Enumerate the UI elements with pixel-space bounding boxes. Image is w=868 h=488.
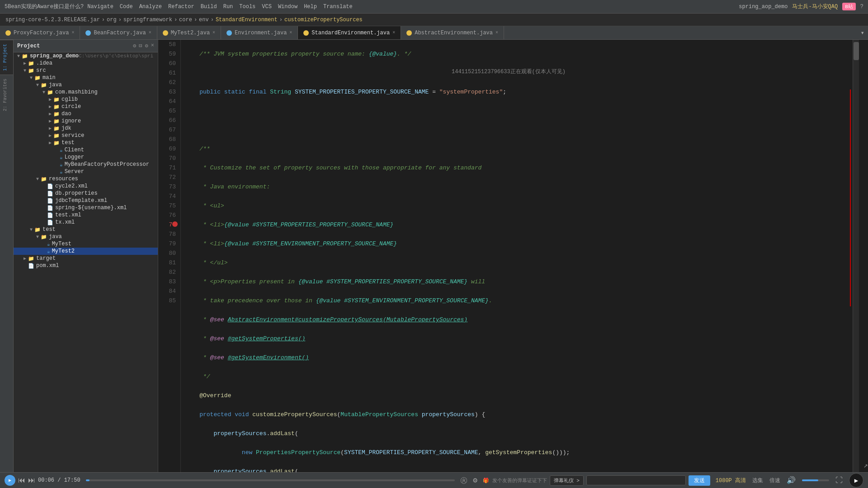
menu-help[interactable]: Help — [304, 4, 317, 10]
send-button[interactable]: 发送 — [689, 475, 710, 486]
step-back-icon[interactable]: ⏮ — [18, 476, 25, 485]
menu-code[interactable]: Code — [120, 4, 133, 10]
menu-window[interactable]: Window — [278, 4, 297, 10]
tree-cycle2[interactable]: 📄 cycle2.xml — [14, 183, 158, 190]
tree-jdk[interactable]: ▶ 📁 jdk — [14, 125, 158, 132]
breadcrumb-method[interactable]: customizePropertySources — [284, 17, 363, 23]
danmu-rules-button[interactable]: 弹幕礼仪 > — [550, 475, 584, 486]
tree-test-src[interactable]: ▼ 📁 test — [14, 226, 158, 233]
project-name: spring_aop_demo — [739, 4, 788, 10]
sidebar-header: Project ⚙ ⊟ ⚙ × — [14, 40, 158, 52]
tree-logger[interactable]: ☕ Logger — [14, 154, 158, 161]
tree-idea[interactable]: ▶ 📁 .idea — [14, 60, 158, 67]
close-icon[interactable]: × — [392, 30, 395, 35]
line-72: * @see AbstractEnvironment#customizeProp… — [185, 315, 859, 324]
breadcrumb-class[interactable]: StandardEnvironment — [216, 17, 278, 23]
breadcrumb-env[interactable]: env — [199, 17, 209, 23]
step-forward-icon[interactable]: ⏭ — [28, 476, 35, 485]
menu-run[interactable]: Run — [223, 4, 233, 10]
help-icon[interactable]: ? — [860, 4, 863, 10]
ln-69: 69 — [158, 144, 176, 154]
chat-input[interactable] — [586, 475, 686, 485]
tab-beanfactory[interactable]: BeanFactory.java × — [80, 26, 157, 40]
vertical-scrollbar[interactable] — [853, 40, 859, 472]
vtab-favorites[interactable]: 2: Favorites — [0, 75, 13, 115]
tree-resources[interactable]: ▼ 📁 resources — [14, 175, 158, 183]
tree-ignore[interactable]: ▶ 📁 ignore — [14, 117, 158, 125]
tree-server[interactable]: ☕ Server — [14, 168, 158, 175]
code-content[interactable]: 58 59 60 61 62 63 64 65 66 67 68 69 70 7… — [158, 40, 859, 472]
menu-navigate[interactable]: Navigate — [87, 4, 113, 10]
menu-translate[interactable]: Translate — [323, 4, 353, 10]
ignore-label: ignore — [61, 118, 81, 124]
tree-dbprops[interactable]: 📄 db.properties — [14, 190, 158, 197]
tab-environment[interactable]: Environment.java × — [221, 26, 298, 40]
tree-src[interactable]: ▼ 📁 src — [14, 67, 158, 74]
test-src-label: test — [42, 226, 56, 233]
volume-bar[interactable] — [802, 479, 829, 481]
tree-test-java[interactable]: ▼ 📁 java — [14, 233, 158, 240]
tree-txxml[interactable]: 📄 tx.xml — [14, 219, 158, 226]
close-icon[interactable]: × — [149, 30, 151, 35]
breadcrumb-org[interactable]: org — [107, 17, 117, 23]
breadcrumb-springframework[interactable]: springframework — [123, 17, 172, 23]
tree-jdbctemplate[interactable]: 📄 jdbcTemplate.xml — [14, 197, 158, 204]
tree-mytest[interactable]: ☕ MyTest — [14, 240, 158, 248]
subtitle-icon[interactable]: ㊋ — [460, 476, 467, 485]
sidebar-collapse-icon[interactable]: ⊟ — [139, 42, 142, 49]
menu-tools[interactable]: Tools — [239, 4, 255, 10]
menu-vcs[interactable]: VCS — [262, 4, 272, 10]
tree-mytest2[interactable]: ☕ MyTest2 — [14, 248, 158, 255]
tree-root[interactable]: ▼ 📁 spring_aop_demo C:\Users\p'c\Desktop… — [14, 52, 158, 60]
mybeanfactory-label: MyBeanFactoryPostProcessor — [65, 161, 149, 168]
tabs-more-button[interactable]: ▾ — [857, 29, 868, 37]
breadcrumb-jar[interactable]: spring-core-5.2.3.RELEASE.jar — [5, 17, 100, 23]
tree-com-mashibing[interactable]: ▼ 📁 com.mashibing — [14, 89, 158, 96]
menu-refactor[interactable]: Refactor — [168, 4, 194, 10]
close-icon[interactable]: × — [71, 30, 74, 35]
tree-java[interactable]: ▼ 📁 java — [14, 81, 158, 89]
settings-icon[interactable]: ⚙ — [473, 476, 477, 485]
speed-label[interactable]: 倍速 — [769, 477, 780, 484]
root-path: C:\Users\p'c\Desktop\spri — [79, 53, 153, 59]
close-icon[interactable]: × — [495, 30, 498, 35]
menu-analyze[interactable]: Analyze — [139, 4, 162, 10]
tree-test-pkg[interactable]: ▶ 📁 test — [14, 139, 158, 146]
sidebar-gear-icon[interactable]: ⚙ — [145, 42, 148, 49]
floating-play-icon[interactable]: ▶ — [849, 473, 863, 488]
tab-abstractenv[interactable]: AbstractEnvironment.java × — [401, 26, 504, 40]
fullscreen-button[interactable]: ⛶ — [835, 476, 843, 485]
bilibili-badge[interactable]: B站 — [842, 3, 856, 10]
vtab-project[interactable]: 1: Project — [0, 40, 13, 75]
sidebar-settings-icon[interactable]: ⚙ — [133, 42, 136, 49]
menu-build[interactable]: Build — [201, 4, 217, 10]
tree-dao[interactable]: ▶ 📁 dao — [14, 110, 158, 117]
tab-standardenv[interactable]: StandardEnvironment.java × — [298, 26, 401, 40]
tree-service[interactable]: ▶ 📁 service — [14, 132, 158, 139]
select-label[interactable]: 选集 — [752, 477, 763, 484]
tree-testxml[interactable]: 📄 test.xml — [14, 211, 158, 219]
volume-icon[interactable]: 🔊 — [787, 476, 796, 485]
sidebar-close-icon[interactable]: × — [151, 42, 154, 49]
play-button[interactable]: ▶ — [5, 475, 15, 486]
tab-proxyfactory[interactable]: ProxyFactory.java × — [0, 26, 80, 40]
tree-mybeanfactory[interactable]: ☕ MyBeanFactoryPostProcessor — [14, 161, 158, 168]
tree-circle[interactable]: ▶ 📁 circle — [14, 103, 158, 110]
scrollbar-thumb[interactable] — [854, 42, 859, 60]
breadcrumb-core[interactable]: core — [179, 17, 192, 23]
close-icon[interactable]: × — [212, 30, 215, 35]
tree-target[interactable]: ▶ 📁 target — [14, 255, 158, 262]
progress-bar[interactable] — [86, 479, 455, 481]
play-cursor-btn[interactable]: ▶ — [849, 473, 863, 488]
tree-main[interactable]: ▼ 📁 main — [14, 74, 158, 81]
ln-70: 70 — [158, 154, 176, 163]
tree-springxml[interactable]: 📄 spring-${username}.xml — [14, 204, 158, 211]
close-icon[interactable]: × — [289, 30, 292, 35]
mytest-label: MyTest — [52, 241, 71, 247]
tree-pomxml[interactable]: 📄 pom.xml — [14, 262, 158, 269]
line-58: /** JVM system properties property sourc… — [185, 49, 859, 59]
tree-cglib[interactable]: ▶ 📁 cglib — [14, 96, 158, 103]
tree-client[interactable]: ☕ Client — [14, 146, 158, 154]
quality-label[interactable]: 1080P 高清 — [716, 477, 746, 484]
tab-mytest2[interactable]: MyTest2.java × — [157, 26, 221, 40]
